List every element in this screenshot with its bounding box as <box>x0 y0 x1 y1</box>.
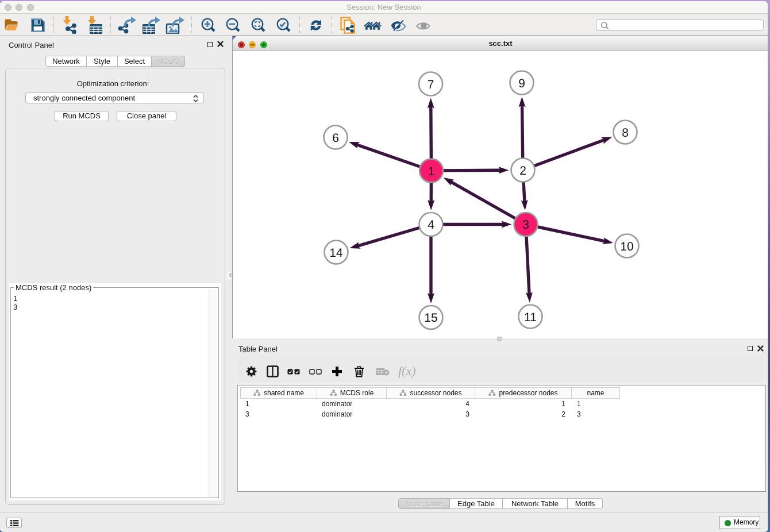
svg-text:1: 1 <box>428 165 435 178</box>
svg-text:14: 14 <box>329 246 343 260</box>
svg-text:9: 9 <box>518 77 525 90</box>
svg-text:4: 4 <box>428 218 434 232</box>
svg-text:3: 3 <box>522 218 529 232</box>
svg-text:7: 7 <box>428 78 434 91</box>
svg-text:15: 15 <box>424 311 437 325</box>
svg-text:10: 10 <box>620 240 633 253</box>
svg-text:11: 11 <box>524 311 537 324</box>
svg-text:2: 2 <box>519 164 526 178</box>
svg-text:8: 8 <box>622 126 629 140</box>
svg-text:6: 6 <box>332 132 339 145</box>
